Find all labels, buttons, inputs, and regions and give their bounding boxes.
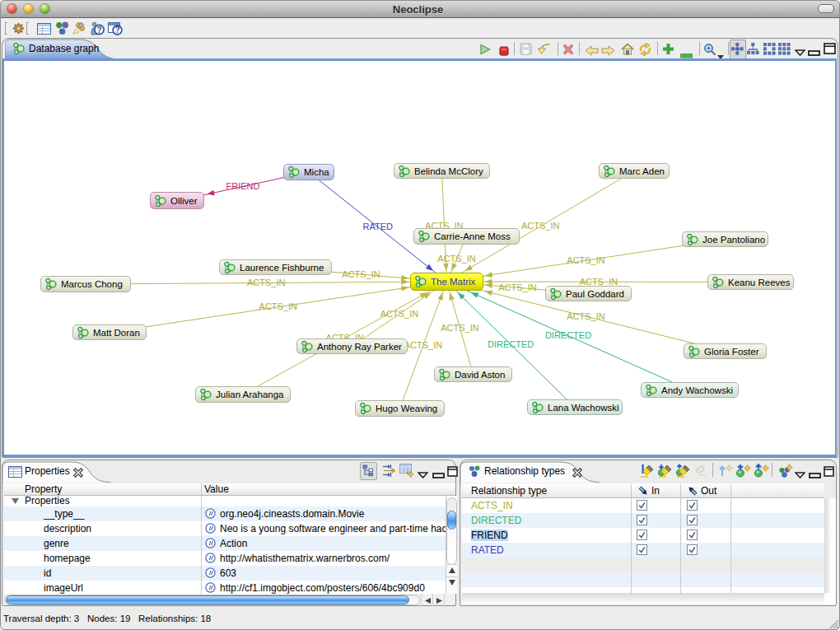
svg-text:ACTS_IN: ACTS_IN xyxy=(441,323,479,333)
svg-text:FRIEND: FRIEND xyxy=(226,181,260,191)
svg-text:ACTS_IN: ACTS_IN xyxy=(580,277,618,287)
svg-text:ACTS_IN: ACTS_IN xyxy=(380,309,419,319)
svg-text:ACTS_IN: ACTS_IN xyxy=(259,301,298,311)
svg-text:RATED: RATED xyxy=(363,222,394,231)
svg-text:ACTS_IN: ACTS_IN xyxy=(567,311,605,321)
svg-text:ACTS_IN: ACTS_IN xyxy=(247,278,286,287)
svg-text:?: ? xyxy=(114,26,119,35)
svg-text:ACTS_IN: ACTS_IN xyxy=(567,255,605,265)
svg-text:?: ? xyxy=(96,26,101,35)
svg-text:ACTS_IN: ACTS_IN xyxy=(437,254,476,264)
svg-text:ACTS_IN: ACTS_IN xyxy=(521,221,560,231)
svg-text:DIRECTED: DIRECTED xyxy=(488,339,534,349)
svg-text:ACTS_IN: ACTS_IN xyxy=(342,269,380,279)
svg-text:ACTS_IN: ACTS_IN xyxy=(404,340,443,350)
svg-text:DIRECTED: DIRECTED xyxy=(545,330,591,340)
svg-text:ACTS_IN: ACTS_IN xyxy=(498,282,537,292)
